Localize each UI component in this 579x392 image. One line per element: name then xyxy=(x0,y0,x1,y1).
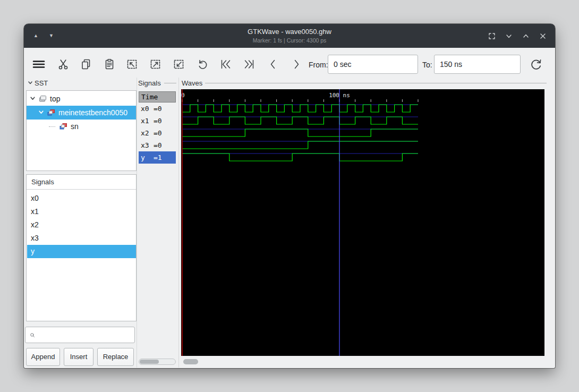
time-header[interactable]: Time xyxy=(139,91,176,103)
paned-divider[interactable] xyxy=(178,78,179,368)
chevron-up-button[interactable] xyxy=(521,31,531,41)
trace-row-selected[interactable]: y=1 xyxy=(139,151,176,164)
search-icon xyxy=(30,331,35,339)
sst-frame-label: SST xyxy=(28,79,48,87)
window-title: GTKWave - wave0050.ghw xyxy=(24,28,555,36)
signal-list-item[interactable]: x0 xyxy=(27,192,136,205)
waves-frame-line xyxy=(205,83,547,83)
zoom-in-selection-icon-button[interactable] xyxy=(172,57,186,72)
collapse-chevron-icon[interactable] xyxy=(28,79,33,87)
trace-row[interactable]: x1=0 xyxy=(139,115,176,127)
window-subtitle: Marker: 1 fs | Cursor: 4300 ps xyxy=(24,37,555,44)
from-input[interactable] xyxy=(328,55,418,74)
append-button[interactable]: Append xyxy=(26,348,60,366)
module-icon xyxy=(38,95,47,103)
signal-list-item[interactable]: x2 xyxy=(27,218,136,232)
skip-to-start-icon-button[interactable] xyxy=(218,57,233,72)
to-label: To: xyxy=(422,61,432,69)
reload-icon-button[interactable] xyxy=(529,57,543,72)
tree-item-meinetestbench0050[interactable]: meinetestbench0050 xyxy=(27,106,136,120)
paned-divider[interactable] xyxy=(137,78,137,368)
wave-canvas[interactable]: 0100 ns xyxy=(181,89,544,356)
signal-list-item[interactable]: x1 xyxy=(27,205,136,218)
signal-list-item-selected[interactable]: y xyxy=(27,245,136,258)
signal-list-item[interactable]: x3 xyxy=(27,232,136,245)
trace-row[interactable]: x3=0 xyxy=(139,139,176,151)
gtkwave-window: ▲ ▼ GTKWave - wave0050.ghw Marker: 1 fs … xyxy=(24,24,555,368)
waves-horizontal-scrollbar-thumb[interactable] xyxy=(183,359,198,364)
copy-icon-button[interactable] xyxy=(79,57,93,72)
svg-text:0: 0 xyxy=(181,92,185,99)
insert-button[interactable]: Insert xyxy=(64,348,93,366)
sst-tree: top meinetestbench0050 sn xyxy=(26,90,137,171)
cut-icon-button[interactable] xyxy=(56,57,71,72)
waves-frame-label: Waves xyxy=(182,79,202,87)
replace-button[interactable]: Replace xyxy=(97,348,134,366)
signal-search-box xyxy=(25,327,135,343)
scrollbar-thumb[interactable] xyxy=(140,360,159,364)
signals-horizontal-scrollbar[interactable] xyxy=(139,359,176,365)
expander-chevron-icon[interactable] xyxy=(38,108,44,117)
chevron-down-button[interactable] xyxy=(504,31,514,41)
trace-row[interactable]: x0=0 xyxy=(139,103,176,115)
tree-item-top[interactable]: top xyxy=(27,92,136,106)
scope-icon xyxy=(59,122,67,131)
skip-to-end-icon-button[interactable] xyxy=(242,57,257,72)
wave-svg: 0100 ns xyxy=(181,89,544,356)
signals-frame-line xyxy=(164,83,176,83)
menu-icon-button[interactable] xyxy=(31,57,46,72)
signal-list-header: Signals xyxy=(27,175,136,190)
next-edge-icon-button[interactable] xyxy=(289,57,304,72)
from-label: From: xyxy=(309,61,328,69)
signals-frame-label: Signals xyxy=(138,79,161,87)
close-button[interactable] xyxy=(538,31,548,41)
tree-guide-line xyxy=(49,126,55,127)
previous-edge-icon-button[interactable] xyxy=(266,57,280,72)
expander-chevron-icon[interactable] xyxy=(30,95,36,103)
titlebar[interactable]: ▲ ▼ GTKWave - wave0050.ghw Marker: 1 fs … xyxy=(24,24,555,48)
trace-row[interactable]: x2=0 xyxy=(139,127,176,139)
to-input[interactable] xyxy=(434,55,521,74)
search-input[interactable] xyxy=(38,327,134,343)
undo-icon-button[interactable] xyxy=(195,57,210,72)
paste-icon-button[interactable] xyxy=(102,57,117,72)
corner-expand-icon-button[interactable] xyxy=(487,31,497,41)
tree-item-sn[interactable]: sn xyxy=(27,120,136,133)
zoom-out-selection-icon-button[interactable] xyxy=(148,57,163,72)
sst-signal-list: Signals x0 x1 x2 x3 y xyxy=(26,174,137,321)
scope-icon xyxy=(47,108,55,117)
selection-box-icon-button[interactable] xyxy=(125,57,140,72)
